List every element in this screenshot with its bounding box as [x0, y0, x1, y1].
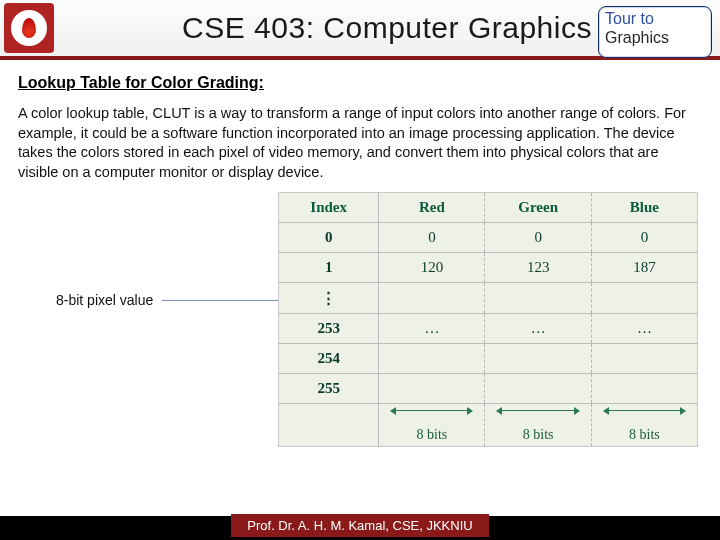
table-row: 1 120 123 187: [279, 253, 698, 283]
table-row: ⋮: [279, 283, 698, 314]
arrow-icon: [391, 410, 472, 411]
th-red: Red: [379, 193, 485, 223]
university-logo: [4, 3, 54, 53]
tag-line-1: Tour to: [605, 9, 705, 28]
th-blue: Blue: [591, 193, 697, 223]
table-header-row: Index Red Green Blue: [279, 193, 698, 223]
table-row: 0 0 0 0: [279, 223, 698, 253]
clut-table: Index Red Green Blue 0 0 0 0 1 120 123 1…: [278, 192, 698, 447]
arrow-icon: [497, 410, 578, 411]
table-area: 8-bit pixel value Index Red Green Blue 0…: [18, 192, 702, 432]
bits-row: 8 bits 8 bits 8 bits: [279, 404, 698, 447]
table-row: 255: [279, 374, 698, 404]
footer-text: Prof. Dr. A. H. M. Kamal, CSE, JKKNIU: [231, 514, 488, 537]
header-bar: CSE 403: Computer Graphics Tour to Graph…: [0, 0, 720, 60]
content-area: Lookup Table for Color Grading: A color …: [0, 60, 720, 432]
tag-line-2: Graphics: [605, 28, 705, 47]
th-index: Index: [279, 193, 379, 223]
table-row: 254: [279, 344, 698, 374]
th-green: Green: [485, 193, 591, 223]
section-body: A color lookup table, CLUT is a way to t…: [18, 104, 702, 182]
footer-bar: Prof. Dr. A. H. M. Kamal, CSE, JKKNIU: [0, 516, 720, 540]
section-title: Lookup Table for Color Grading:: [18, 74, 702, 92]
pixel-value-annotation: 8-bit pixel value: [56, 292, 153, 308]
arrow-icon: [604, 410, 685, 411]
table-row: 253 … … …: [279, 314, 698, 344]
topic-tag: Tour to Graphics: [598, 6, 712, 58]
